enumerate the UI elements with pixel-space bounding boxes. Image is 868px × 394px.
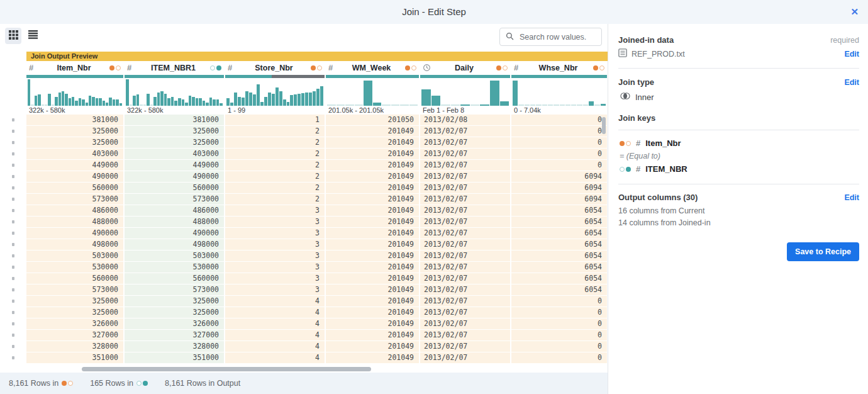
table-cell: 3	[225, 250, 325, 262]
row-marker	[12, 175, 14, 178]
table-cell: 490000	[26, 228, 123, 239]
quality-bar[interactable]	[26, 75, 123, 78]
output-row-count: 8,161 Rows in Output	[165, 379, 240, 388]
table-cell: 449000	[26, 160, 123, 171]
column-header[interactable]: #Store_Nbr	[225, 61, 325, 74]
table-cell: 0	[511, 330, 607, 341]
column-header[interactable]: #Whse_Nbr	[511, 61, 607, 74]
join-key-left-name: Item_Nbr	[645, 138, 681, 148]
column-header[interactable]: #Item_Nbr	[26, 61, 123, 74]
join-key-right[interactable]: # ITEM_NBR	[618, 164, 859, 174]
column-header[interactable]: Daily	[420, 61, 510, 74]
close-icon[interactable]: ✕	[850, 0, 859, 24]
search-input[interactable]	[518, 32, 596, 42]
row-number-cell	[0, 227, 26, 239]
histogram-bar	[345, 104, 354, 106]
table-cell: 530000	[125, 262, 224, 273]
histogram-bar	[189, 96, 192, 106]
column-header[interactable]: #ITEM_NBR1	[125, 61, 224, 74]
histogram-bar	[213, 99, 216, 106]
grid-view-button[interactable]	[5, 28, 21, 44]
row-marker	[12, 322, 14, 325]
dot-outline-teal	[210, 65, 215, 70]
histogram-bar	[199, 98, 202, 106]
table-cell: 403000	[26, 149, 123, 160]
histogram-bar	[589, 101, 594, 106]
table-cell: 6094	[511, 194, 607, 205]
table-cell: 6094	[511, 171, 607, 183]
histogram-bar	[364, 81, 372, 106]
column-range: 0 - 7.04k	[511, 106, 607, 115]
join-key-left[interactable]: # Item_Nbr	[618, 138, 859, 148]
joined-dataset-icon	[136, 381, 148, 386]
join-key-right-name: ITEM_NBR	[645, 164, 687, 174]
row-number-cell	[0, 284, 26, 295]
histogram[interactable]	[125, 79, 224, 106]
quality-bar[interactable]	[511, 75, 607, 78]
save-to-recipe-button[interactable]: Save to Recipe	[787, 242, 859, 261]
histogram-bar	[79, 98, 81, 106]
column-cells: 3810003250003250004030004490004900005600…	[26, 115, 123, 364]
column-header[interactable]: #WM_Week	[326, 61, 419, 74]
histogram[interactable]	[225, 79, 325, 106]
histogram[interactable]	[420, 79, 510, 106]
row-number-cell	[0, 352, 26, 363]
table-cell: 327000	[125, 330, 224, 341]
dialog-header: Join - Edit Step ✕	[0, 0, 868, 24]
histogram-bar	[113, 99, 115, 106]
histogram-bar	[548, 104, 553, 106]
histogram[interactable]	[511, 79, 607, 106]
edit-joined-in-link[interactable]: Edit	[844, 50, 859, 59]
table-cell: 0	[511, 126, 607, 137]
histogram-bar	[106, 103, 108, 106]
table-cell: 560000	[125, 183, 224, 194]
histogram-bar	[260, 102, 264, 106]
histogram[interactable]	[26, 79, 123, 106]
row-number-cell	[0, 193, 26, 205]
current-row-count-label: 8,161 Rows in	[9, 379, 58, 388]
table-cell: 201049	[326, 341, 419, 352]
table-cell: 4	[225, 296, 325, 307]
table-cell: 4	[225, 307, 325, 318]
row-marker	[12, 254, 14, 257]
table-cell: 6054	[511, 262, 607, 273]
histogram-bar	[72, 97, 74, 106]
quality-bar[interactable]	[125, 75, 224, 78]
histogram-bar	[86, 103, 88, 106]
edit-output-columns-link[interactable]: Edit	[844, 193, 859, 202]
row-number-gutter	[0, 114, 26, 363]
table-column-wm_week: #WM_Week201.05k - 201.05k201050201049201…	[326, 61, 419, 364]
table-cell: 0	[511, 296, 607, 307]
histogram-bar	[182, 99, 185, 106]
histogram-bar	[164, 94, 167, 106]
table-cell: 449000	[125, 160, 224, 171]
column-range: 1 - 99	[225, 106, 325, 115]
quality-bar[interactable]	[225, 75, 325, 78]
column-range: 322k - 580k	[26, 106, 123, 115]
histogram-bar	[209, 98, 213, 106]
vertical-scrollbar[interactable]	[602, 117, 606, 134]
histogram-bar	[160, 91, 164, 106]
quality-bar[interactable]	[420, 75, 510, 78]
histogram-bar	[287, 102, 290, 106]
row-marker	[12, 311, 14, 314]
histogram-bar	[309, 93, 312, 106]
quality-bar[interactable]	[326, 75, 419, 78]
horizontal-scrollbar[interactable]	[82, 367, 371, 371]
column-range: Feb 1 - Feb 8	[420, 106, 510, 115]
histogram[interactable]	[326, 79, 419, 106]
hash-icon: #	[29, 63, 38, 72]
table-cell: 325000	[26, 126, 123, 137]
histogram-bar	[58, 93, 61, 106]
histogram-bar	[35, 96, 37, 106]
table-cell: 0	[511, 149, 607, 160]
histogram-bar	[525, 104, 530, 106]
edit-join-type-link[interactable]: Edit	[844, 78, 859, 87]
table-cell: 201049	[326, 126, 419, 137]
quality-valid-segment	[326, 75, 419, 78]
list-view-button[interactable]	[25, 28, 41, 44]
table-cell: 6094	[511, 183, 607, 194]
row-marker	[12, 356, 14, 359]
histogram-bar	[220, 103, 223, 106]
search-row-values[interactable]	[499, 28, 602, 46]
